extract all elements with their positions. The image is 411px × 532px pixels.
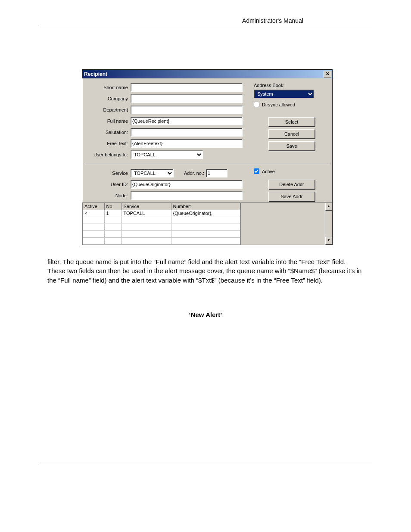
table-row[interactable] (83, 237, 240, 244)
service-label: Service (85, 171, 131, 176)
table-cell: × (83, 210, 104, 217)
table-cell (83, 224, 104, 230)
delete-addr-button[interactable]: Delete Addr (268, 180, 315, 189)
table-cell (121, 237, 171, 244)
table-cell (104, 230, 121, 237)
scroll-up-icon[interactable]: ▲ (325, 203, 332, 211)
active-label: Active (262, 169, 275, 174)
dirsync-allowed-input[interactable] (254, 102, 259, 107)
short-name-input[interactable] (131, 83, 243, 92)
table-cell (171, 237, 240, 244)
table-row[interactable] (83, 217, 240, 224)
table-cell (83, 237, 104, 244)
user-id-input[interactable] (131, 180, 243, 189)
node-input[interactable] (131, 191, 243, 200)
table-cell: TOPCALL (121, 210, 171, 217)
address-book-select[interactable]: System (254, 90, 314, 98)
table-header-row: Active No Service Number: (83, 203, 240, 210)
col-active[interactable]: Active (83, 203, 104, 210)
dialog-titlebar: Recipient ✕ (82, 70, 332, 78)
table-cell (83, 217, 104, 224)
user-belongs-to-select[interactable]: TOPCALL (131, 150, 203, 159)
close-icon[interactable]: ✕ (324, 71, 331, 78)
dirsync-allowed-label: Dirsync allowed (262, 102, 295, 107)
col-no[interactable]: No (104, 203, 121, 210)
table-spacer (240, 203, 325, 245)
salutation-label: Salutation: (85, 130, 131, 135)
footer-rule (39, 465, 372, 465)
table-row[interactable] (83, 224, 240, 230)
addr-no-label: Addr. no.: (184, 171, 204, 176)
table-cell (104, 237, 121, 244)
table-cell (171, 217, 240, 224)
table-cell (121, 230, 171, 237)
user-id-label: User ID: (85, 182, 131, 187)
table-row[interactable] (83, 230, 240, 237)
full-name-label: Full name (85, 118, 131, 124)
scroll-down-icon[interactable]: ▼ (325, 237, 332, 245)
save-button[interactable]: Save (268, 141, 315, 151)
table-row[interactable]: ×1TOPCALL{QueueOriginator}, (83, 210, 240, 217)
table-scrollbar[interactable]: ▲ ▼ (325, 203, 332, 245)
table-cell (104, 217, 121, 224)
company-label: Company (85, 96, 131, 101)
table-cell (104, 224, 121, 230)
free-text-input[interactable] (131, 139, 243, 148)
table-cell (83, 230, 104, 237)
recipient-dialog: Recipient ✕ Short name Company (82, 69, 333, 245)
table-cell: {QueueOriginator}, (171, 210, 240, 217)
short-name-label: Short name (85, 85, 131, 90)
addr-no-input[interactable] (206, 169, 227, 177)
cancel-button[interactable]: Cancel (268, 129, 315, 139)
save-addr-button[interactable]: Save Addr (268, 192, 315, 201)
node-label: Node: (85, 193, 131, 198)
full-name-input[interactable] (131, 117, 243, 125)
company-input[interactable] (131, 94, 243, 103)
service-select[interactable]: TOPCALL (131, 169, 174, 177)
dirsync-allowed-checkbox[interactable]: Dirsync allowed (254, 102, 295, 107)
col-service[interactable]: Service (121, 203, 171, 210)
salutation-input[interactable] (131, 128, 243, 137)
table-cell (171, 230, 240, 237)
dialog-title: Recipient (84, 71, 107, 77)
free-text-label: Free Text: (85, 141, 131, 146)
department-input[interactable] (131, 106, 243, 114)
active-input[interactable] (254, 168, 259, 174)
address-book-label: Address Book: (254, 83, 330, 88)
user-belongs-to-label: User belongs to: (85, 152, 131, 157)
select-button[interactable]: Select (268, 117, 315, 127)
doc-header: Administrator's Manual (39, 17, 372, 26)
new-alert-heading: ‘New Alert’ (47, 311, 364, 318)
table-cell (121, 224, 171, 230)
col-number[interactable]: Number: (171, 203, 240, 210)
table-cell: 1 (104, 210, 121, 217)
body-paragraph: filter. The queue name is put into the “… (47, 257, 364, 285)
department-label: Department (85, 107, 131, 112)
table-cell (121, 217, 171, 224)
active-checkbox[interactable]: Active (254, 168, 275, 174)
table-cell (171, 224, 240, 230)
address-table: Active No Service Number: ×1TOPCALL{Queu… (82, 202, 332, 245)
